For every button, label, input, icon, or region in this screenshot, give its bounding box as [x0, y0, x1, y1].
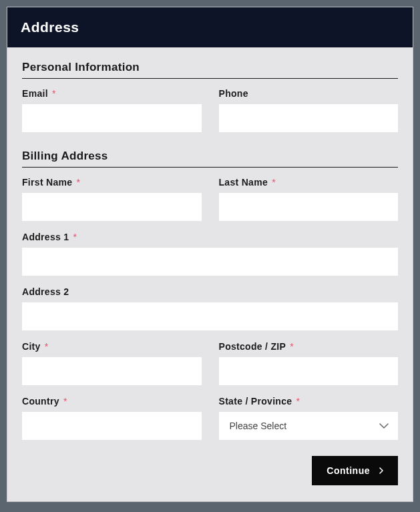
phone-label: Phone [219, 88, 399, 99]
address1-field-wrap: Address 1 * [22, 232, 398, 276]
first-name-field-wrap: First Name * [22, 177, 202, 221]
state-select-wrap: Please Select [219, 412, 399, 440]
address2-input[interactable] [22, 302, 398, 330]
country-label-text: Country [22, 396, 59, 407]
required-marker: * [290, 341, 294, 352]
address2-label-text: Address 2 [22, 286, 69, 297]
phone-label-text: Phone [219, 88, 248, 99]
state-field-wrap: State / Province * Please Select [219, 396, 399, 440]
state-label-text: State / Province [219, 396, 292, 407]
phone-field-wrap: Phone [219, 88, 399, 132]
first-name-label-text: First Name [22, 177, 72, 188]
city-label: City * [22, 341, 202, 352]
billing-address-title: Billing Address [22, 150, 398, 168]
country-label: Country * [22, 396, 202, 407]
state-label: State / Province * [219, 396, 399, 407]
continue-button[interactable]: Continue [312, 456, 398, 485]
city-input[interactable] [22, 357, 202, 385]
required-marker: * [63, 396, 67, 407]
phone-input[interactable] [219, 104, 399, 132]
personal-information-title: Personal Information [22, 61, 398, 79]
button-row: Continue [22, 456, 398, 485]
city-field-wrap: City * [22, 341, 202, 385]
continue-button-label: Continue [327, 465, 370, 476]
postcode-label-text: Postcode / ZIP [219, 341, 286, 352]
postcode-input[interactable] [219, 357, 399, 385]
email-label: Email * [22, 88, 202, 99]
last-name-label-text: Last Name [219, 177, 268, 188]
required-marker: * [272, 177, 276, 188]
email-field-wrap: Email * [22, 88, 202, 132]
postcode-field-wrap: Postcode / ZIP * [219, 341, 399, 385]
required-marker: * [45, 341, 49, 352]
required-marker: * [77, 177, 81, 188]
billing-address-section: Billing Address First Name * Last Name * [22, 150, 398, 485]
postcode-label: Postcode / ZIP * [219, 341, 399, 352]
required-marker: * [73, 232, 77, 242]
email-input[interactable] [22, 104, 202, 132]
state-select[interactable]: Please Select [219, 412, 399, 440]
country-input[interactable] [22, 412, 202, 440]
required-marker: * [52, 88, 56, 99]
form-header: Address [7, 7, 413, 47]
city-label-text: City [22, 341, 41, 352]
first-name-input[interactable] [22, 193, 202, 221]
address1-label-text: Address 1 [22, 232, 69, 242]
chevron-right-icon [379, 467, 383, 474]
address1-input[interactable] [22, 248, 398, 276]
address2-field-wrap: Address 2 [22, 286, 398, 330]
form-content: Personal Information Email * Phone [7, 47, 413, 501]
email-label-text: Email [22, 88, 48, 99]
last-name-label: Last Name * [219, 177, 399, 188]
required-marker: * [296, 396, 300, 407]
address-form-container: Address Personal Information Email * Pho… [7, 7, 413, 502]
last-name-field-wrap: Last Name * [219, 177, 399, 221]
address2-label: Address 2 [22, 286, 398, 297]
last-name-input[interactable] [219, 193, 399, 221]
country-field-wrap: Country * [22, 396, 202, 440]
address1-label: Address 1 * [22, 232, 398, 242]
personal-information-section: Personal Information Email * Phone [22, 61, 398, 132]
form-title: Address [21, 19, 399, 35]
first-name-label: First Name * [22, 177, 202, 188]
